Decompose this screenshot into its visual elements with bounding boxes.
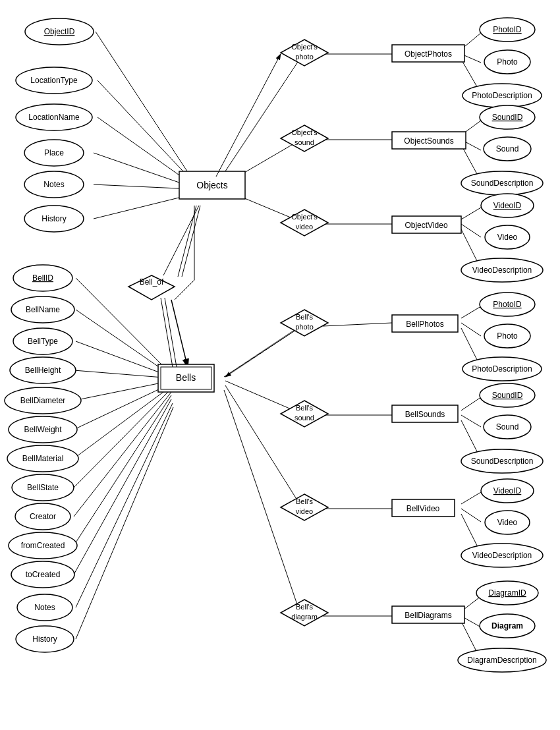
svg-line-2	[98, 117, 192, 184]
svg-line-49	[461, 397, 481, 410]
bellvideo-label: BellVideo	[406, 504, 440, 513]
svg-line-3	[94, 153, 192, 187]
bells-sound-label2: sound	[294, 414, 314, 422]
belldiameter-attr: BellDiameter	[20, 396, 66, 405]
svg-line-1	[98, 80, 192, 181]
svg-line-37	[76, 407, 173, 639]
bellweight-attr: BellWeight	[24, 425, 62, 434]
creator-attr: Creator	[30, 512, 56, 521]
svg-line-5	[94, 194, 192, 219]
er-diagram: Objects Bells Bell_of Object's photo Obj…	[0, 0, 560, 730]
diagram-svg: Objects Bells Bell_of Object's photo Obj…	[0, 0, 560, 730]
bells-video-label2: video	[296, 507, 313, 515]
sound-attr-2: Sound	[496, 422, 519, 432]
objects-photo-label: Object's	[291, 43, 318, 51]
soundid-attr-1: SoundID	[492, 113, 523, 122]
svg-line-50	[461, 415, 481, 427]
svg-line-0	[96, 32, 192, 179]
belltype-attr: BellType	[28, 337, 58, 346]
diagramid-attr: DiagramID	[488, 588, 526, 598]
svg-line-32	[74, 389, 171, 488]
photo-attr-1: Photo	[497, 57, 518, 67]
locationtype-attr: LocationType	[30, 76, 78, 85]
tocreated-attr: toCreated	[26, 570, 61, 579]
bellid-attr: BellID	[32, 273, 53, 283]
bellphotos-label: BellPhotos	[406, 320, 443, 329]
place-attr: Place	[44, 148, 64, 157]
svg-line-40	[225, 385, 302, 507]
objectsounds-label: ObjectSounds	[404, 136, 453, 146]
bells-photo-label: Bell's	[296, 313, 313, 321]
objects-sound-label2: sound	[294, 138, 314, 146]
svg-line-62	[225, 326, 302, 377]
videodescription-attr-1: VideoDescription	[472, 266, 532, 275]
bell-of-label: Bell_of	[140, 277, 164, 287]
svg-line-26	[76, 310, 171, 376]
svg-line-24	[175, 280, 194, 300]
svg-line-38	[224, 326, 300, 377]
svg-line-34	[74, 395, 171, 546]
bells-sound-label: Bell's	[296, 404, 313, 412]
bells-entity-label: Bells	[176, 372, 196, 383]
svg-line-46	[461, 306, 481, 318]
objectphotos-label: ObjectPhotos	[405, 49, 452, 59]
photo-attr-2: Photo	[497, 331, 518, 341]
bells-diagram-label2: diagram	[291, 613, 318, 621]
objectvideo-label: ObjectVideo	[405, 221, 447, 230]
photoid-attr-2: PhotoID	[493, 300, 522, 309]
objects-photo-label2: photo	[295, 53, 314, 61]
bellmaterial-attr: BellMaterial	[22, 454, 64, 463]
diagram-attr: Diagram	[491, 621, 523, 631]
svg-line-18	[461, 208, 481, 219]
objects-video-label2: video	[296, 223, 313, 231]
bellstate-attr: BellState	[27, 483, 59, 492]
history-attr-obj: History	[42, 214, 66, 223]
svg-line-41	[224, 390, 300, 614]
belldiagrams-label: BellDiagrams	[405, 611, 451, 620]
bellsounds-label: BellSounds	[405, 410, 445, 419]
svg-line-22	[171, 300, 188, 368]
svg-line-61	[182, 206, 200, 277]
bells-video-label: Bell's	[296, 497, 313, 505]
sound-attr-1: Sound	[496, 144, 519, 154]
locationname-attr: LocationName	[28, 113, 80, 122]
notes-attr-bell: Notes	[34, 603, 55, 612]
videoid-attr-1: VideoID	[493, 201, 522, 210]
photoid-attr-1: PhotoID	[493, 25, 522, 34]
bellheight-attr: BellHeight	[25, 366, 61, 375]
svg-line-6	[217, 54, 303, 183]
objectid-attr: ObjectID	[44, 27, 75, 36]
video-attr-2: Video	[497, 518, 518, 527]
svg-line-35	[74, 399, 171, 575]
diagramdescription-attr: DiagramDescription	[467, 656, 536, 665]
history-attr-bell: History	[32, 634, 57, 644]
svg-line-123	[216, 54, 281, 177]
bells-diagram-label: Bell's	[296, 603, 313, 611]
svg-line-42	[323, 323, 392, 326]
photodescription-attr-1: PhotoDescription	[472, 91, 532, 100]
objects-sound-label: Object's	[291, 128, 318, 136]
videoid-attr-2: VideoID	[493, 486, 522, 495]
soundid-attr-2: SoundID	[492, 391, 523, 400]
video-attr-1: Video	[497, 233, 518, 242]
fromcreated-attr: fromCreated	[21, 541, 65, 550]
bellname-attr: BellName	[26, 305, 60, 314]
svg-line-4	[94, 184, 192, 189]
objects-video-label: Object's	[291, 213, 318, 221]
objects-entity-label: Objects	[196, 180, 227, 190]
sounddescription-attr-2: SoundDescription	[471, 457, 534, 466]
sounddescription-attr-1: SoundDescription	[471, 179, 534, 188]
svg-line-36	[76, 403, 173, 607]
photodescription-attr-2: PhotoDescription	[472, 364, 532, 374]
notes-attr-obj: Notes	[43, 180, 64, 189]
videodescription-attr-2: VideoDescription	[472, 551, 532, 560]
svg-line-33	[74, 392, 171, 517]
bells-photo-label2: photo	[295, 323, 314, 331]
svg-line-52	[461, 492, 481, 504]
